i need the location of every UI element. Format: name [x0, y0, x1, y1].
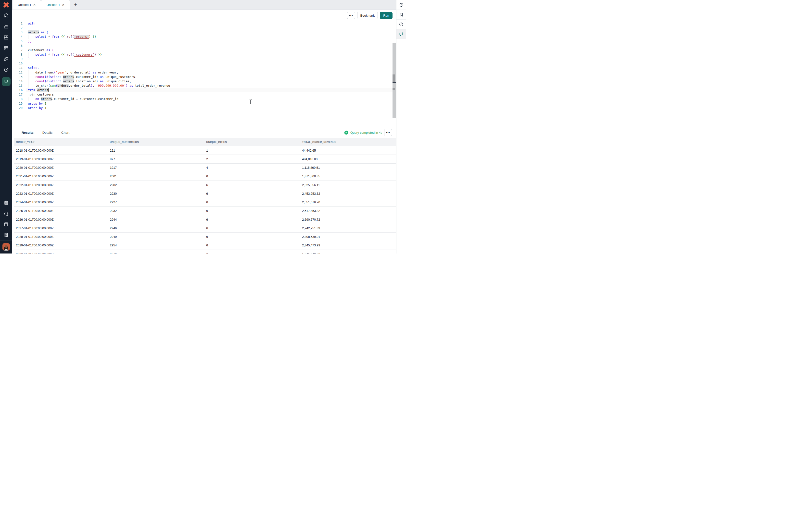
column-header-unique_cities[interactable]: UNIQUE_CITIES	[206, 140, 302, 144]
code-line-17[interactable]: 17join customers	[12, 92, 396, 97]
code-line-14[interactable]: 14 count(distinct orders.location_id) as…	[12, 79, 396, 83]
table-row[interactable]: 2021-01-01T00:00:00.000Z266161,871,800.8…	[14, 172, 396, 181]
history-clock-icon	[399, 22, 404, 27]
code-content: to_char(sum(orders.order_total), '999,99…	[26, 83, 396, 88]
code-line-20[interactable]: 20order by 1	[12, 106, 396, 110]
results-tab-results[interactable]: Results	[21, 131, 34, 134]
hex-logo[interactable]	[0, 0, 12, 10]
code-token: total_order_revenue	[133, 84, 170, 88]
code-token: orders	[63, 75, 74, 78]
right-sidebar-bookmarks[interactable]	[397, 10, 406, 19]
tab-untitled-1-active[interactable]: Untitled 1 ✕	[12, 0, 41, 9]
code-lines: 1with23orders as (4 select * from {{ ref…	[12, 21, 396, 110]
code-token: unique_cities,	[104, 79, 132, 83]
table-row[interactable]: 2022-01-01T00:00:00.000Z290262,325,556.1…	[14, 181, 396, 189]
table-cell: 44,442.65	[302, 149, 396, 152]
right-sidebar-history[interactable]	[397, 19, 406, 30]
table-cell: 1917	[110, 166, 206, 169]
line-number: 5	[12, 39, 26, 44]
column-header-unique_customers[interactable]: UNIQUE_CUSTOMERS	[110, 140, 206, 144]
code-token: as	[100, 75, 104, 78]
column-header-order_year[interactable]: ORDER_YEAR	[14, 140, 110, 144]
table-row[interactable]: 2030-01-01T00:00:00.000Z287961,841,049.3…	[14, 250, 396, 253]
code-line-1[interactable]: 1with	[12, 21, 396, 26]
code-line-19[interactable]: 19group by 1	[12, 101, 396, 106]
code-line-10[interactable]: 10	[12, 61, 396, 66]
sidebar-item-explore[interactable]	[0, 64, 12, 75]
table-row[interactable]: 2023-01-01T00:00:00.000Z293062,453,253.3…	[14, 189, 396, 198]
code-token: orders	[37, 88, 48, 92]
sidebar-item-computer[interactable]	[0, 75, 12, 88]
new-tab-button[interactable]: +	[70, 0, 81, 9]
sidebar-item-support[interactable]	[0, 208, 12, 219]
code-token: .customer_id	[52, 97, 76, 101]
sidebar-item-apps[interactable]	[0, 32, 12, 43]
scrollbar-thumb[interactable]	[393, 74, 395, 83]
table-cell: 6	[206, 174, 302, 178]
clipboard-icon	[3, 200, 9, 206]
column-header-total_order_revenue[interactable]: TOTAL_ORDER_REVENUE	[302, 140, 396, 144]
code-line-16[interactable]: 16from orders	[12, 88, 396, 92]
code-line-5[interactable]: 5),	[12, 39, 396, 44]
code-line-8[interactable]: 8 select * from {{ ref('customers') }}	[12, 52, 396, 57]
bookmark-icon	[399, 12, 404, 17]
editor-scrollbar[interactable]	[393, 43, 396, 118]
right-sidebar-ai-assistant[interactable]	[397, 30, 406, 39]
code-line-3[interactable]: 3orders as (	[12, 30, 396, 35]
code-token: count	[35, 79, 45, 83]
sidebar-item-organization[interactable]	[0, 230, 12, 240]
right-sidebar-explore[interactable]	[397, 0, 406, 10]
results-more-button[interactable]: •••	[384, 129, 392, 136]
results-tab-chart[interactable]: Chart	[61, 131, 69, 134]
more-options-button[interactable]: •••	[347, 12, 355, 19]
code-line-12[interactable]: 12 date_trunc('year', ordered_at) as ord…	[12, 70, 396, 75]
code-line-9[interactable]: 9)	[12, 57, 396, 61]
code-token: to_char	[35, 84, 48, 88]
sidebar-item-docs[interactable]	[0, 219, 12, 230]
table-cell: 2026-01-01T00:00:00.000Z	[14, 218, 110, 221]
sidebar-item-home[interactable]	[0, 10, 12, 21]
table-cell: 2023-01-01T00:00:00.000Z	[14, 192, 110, 195]
table-row[interactable]: 2028-01-01T00:00:00.000Z294962,808,539.0…	[14, 233, 396, 241]
table-row[interactable]: 2024-01-01T00:00:00.000Z292762,551,076.7…	[14, 198, 396, 207]
run-button[interactable]: Run	[380, 12, 393, 19]
sidebar-item-code[interactable]	[0, 43, 12, 54]
table-cell: 2,808,539.01	[302, 235, 396, 238]
table-row[interactable]: 2020-01-01T00:00:00.000Z191741,115,869.5…	[14, 164, 396, 172]
code-line-6[interactable]: 6	[12, 44, 396, 48]
line-number: 8	[12, 52, 26, 57]
code-line-13[interactable]: 13 count(distinct orders.customer_id) as…	[12, 75, 396, 79]
building-icon	[3, 232, 9, 238]
table-row[interactable]: 2025-01-01T00:00:00.000Z293262,617,453.3…	[14, 207, 396, 215]
table-cell: 6	[206, 200, 302, 204]
code-line-18[interactable]: 18 on orders.customer_id = customers.cus…	[12, 97, 396, 101]
code-line-11[interactable]: 11select	[12, 66, 396, 70]
check-circle-icon	[344, 130, 348, 135]
sql-editor[interactable]: 1with23orders as (4 select * from {{ ref…	[12, 21, 396, 127]
table-row[interactable]: 2026-01-01T00:00:00.000Z294462,690,570.7…	[14, 215, 396, 224]
code-line-7[interactable]: 7customers as (	[12, 48, 396, 52]
user-avatar[interactable]	[2, 243, 10, 250]
tab-close-icon[interactable]: ✕	[62, 3, 64, 7]
tab-close-icon[interactable]: ✕	[33, 3, 36, 7]
bookmark-button[interactable]: Bookmark	[357, 12, 378, 19]
right-sidebar	[396, 0, 406, 253]
table-row[interactable]: 2029-01-01T00:00:00.000Z295462,845,473.9…	[14, 241, 396, 250]
code-line-2[interactable]: 2	[12, 26, 396, 30]
code-line-4[interactable]: 4 select * from {{ ref('orders') }}	[12, 35, 396, 39]
table-row[interactable]: 2027-01-01T00:00:00.000Z294662,742,751.3…	[14, 224, 396, 232]
results-tab-details[interactable]: Details	[42, 131, 52, 134]
sidebar-item-templates[interactable]	[0, 54, 12, 64]
code-line-15[interactable]: 15 to_char(sum(orders.order_total), '999…	[12, 83, 396, 88]
table-row[interactable]: 2018-01-01T00:00:00.000Z221144,442.65	[14, 146, 396, 155]
table-row[interactable]: 2019-01-01T00:00:00.000Z9772494,818.00	[14, 155, 396, 163]
code-token: .customer_id	[74, 75, 96, 78]
code-token: from	[52, 35, 59, 39]
indent-guide	[28, 97, 29, 101]
code-token	[65, 53, 67, 56]
tab-untitled-2[interactable]: Untitled 1 ✕	[41, 0, 70, 9]
sidebar-item-changelog[interactable]	[0, 198, 12, 208]
table-cell: 2949	[110, 235, 206, 238]
sidebar-item-projects[interactable]	[0, 21, 12, 32]
table-header-row: ORDER_YEARUNIQUE_CUSTOMERSUNIQUE_CITIEST…	[14, 138, 396, 146]
